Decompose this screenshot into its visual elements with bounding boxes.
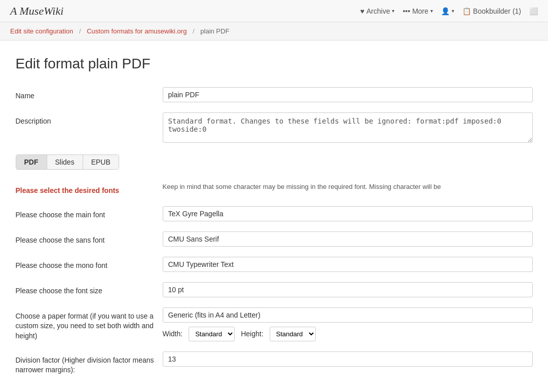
more-menu[interactable]: ••• More ▾: [403, 7, 433, 15]
division-input[interactable]: [163, 351, 533, 367]
mono-font-label: Please choose the mono font: [16, 257, 163, 271]
name-row: Name: [16, 87, 533, 102]
main-content: Edit format plain PDF Name Description S…: [6, 41, 543, 392]
description-row: Description Standard format. Changes to …: [16, 112, 533, 144]
breadcrumb-edit-config[interactable]: Edit site configuration: [10, 27, 73, 35]
navbar-right: ♥ Archive ▾ ••• More ▾ 👤 ▾ 📋 Bookbuilder…: [360, 7, 538, 15]
name-label: Name: [16, 87, 163, 101]
division-row: Division factor (Higher division factor …: [16, 351, 533, 375]
bookbuilder-menu[interactable]: 📋 Bookbuilder (1): [462, 7, 521, 15]
user-menu[interactable]: 👤 ▾: [441, 7, 454, 15]
mono-font-row: Please choose the mono font: [16, 257, 533, 272]
tab-epub[interactable]: EPUB: [83, 155, 119, 169]
main-font-field: [163, 206, 533, 221]
brand-logo[interactable]: A MuseWiki: [10, 5, 360, 18]
breadcrumb-custom-formats[interactable]: Custom formats for amusewiki.org: [87, 27, 187, 35]
paper-format-row: Choose a paper format (if you want to us…: [16, 307, 533, 341]
description-textarea[interactable]: Standard format. Changes to these fields…: [163, 112, 533, 143]
font-warning-row: Please select the desired fonts Keep in …: [16, 182, 533, 196]
sans-font-field: [163, 231, 533, 247]
archive-caret: ▾: [392, 8, 394, 14]
name-field: [163, 87, 533, 102]
height-select[interactable]: Standard Custom: [270, 327, 316, 341]
mono-font-field: [163, 257, 533, 272]
font-size-input[interactable]: [163, 282, 533, 297]
breadcrumb-current: plain PDF: [200, 27, 229, 35]
tab-pdf[interactable]: PDF: [16, 155, 47, 169]
more-caret: ▾: [430, 8, 433, 14]
division-label: Division factor (Higher division factor …: [16, 351, 163, 375]
navbar: A MuseWiki ♥ Archive ▾ ••• More ▾ 👤 ▾ 📋 …: [0, 0, 548, 22]
breadcrumb-sep-2: /: [193, 27, 195, 35]
dimension-row: Width: Standard Custom Height: Standard …: [163, 327, 533, 341]
user-icon: 👤: [441, 7, 450, 15]
more-label: More: [412, 7, 428, 15]
division-field: [163, 351, 533, 367]
paper-format-label: Choose a paper format (if you want to us…: [16, 307, 163, 341]
main-font-input[interactable]: [163, 206, 533, 221]
mono-font-input[interactable]: [163, 257, 533, 272]
heart-icon: ♥: [360, 7, 364, 15]
fullscreen-button[interactable]: ⬜: [529, 7, 538, 15]
paper-format-field: Width: Standard Custom Height: Standard …: [163, 307, 533, 341]
bookbuilder-label: Bookbuilder (1): [473, 7, 521, 15]
more-icon: •••: [403, 7, 410, 15]
sans-font-row: Please choose the sans font: [16, 231, 533, 247]
description-field: Standard format. Changes to these fields…: [163, 112, 533, 144]
user-caret: ▾: [452, 8, 454, 14]
description-label: Description: [16, 112, 163, 127]
main-font-row: Please choose the main font: [16, 206, 533, 221]
tab-slides[interactable]: Slides: [47, 155, 83, 169]
paper-format-input[interactable]: [163, 307, 533, 323]
sans-font-input[interactable]: [163, 231, 533, 247]
height-label: Height:: [241, 330, 263, 338]
book-icon: 📋: [462, 7, 471, 15]
format-tabs: PDF Slides EPUB: [16, 154, 533, 170]
width-label: Width:: [163, 330, 183, 338]
width-select[interactable]: Standard Custom: [189, 327, 235, 341]
breadcrumb-sep-1: /: [79, 27, 81, 35]
fullscreen-icon: ⬜: [529, 7, 538, 15]
tab-group: PDF Slides EPUB: [16, 154, 119, 170]
font-info-text: Keep in mind that some character may be …: [163, 179, 441, 190]
archive-menu[interactable]: ♥ Archive ▾: [360, 7, 394, 15]
name-input[interactable]: [163, 87, 533, 102]
breadcrumb: Edit site configuration / Custom formats…: [0, 22, 548, 41]
font-size-label: Please choose the font size: [16, 282, 163, 296]
font-size-field: [163, 282, 533, 297]
archive-label: Archive: [367, 7, 390, 15]
page-title: Edit format plain PDF: [16, 56, 533, 72]
main-font-label: Please choose the main font: [16, 206, 163, 220]
font-size-row: Please choose the font size: [16, 282, 533, 297]
sans-font-label: Please choose the sans font: [16, 231, 163, 246]
font-warning-text: Please select the desired fonts: [16, 182, 120, 194]
